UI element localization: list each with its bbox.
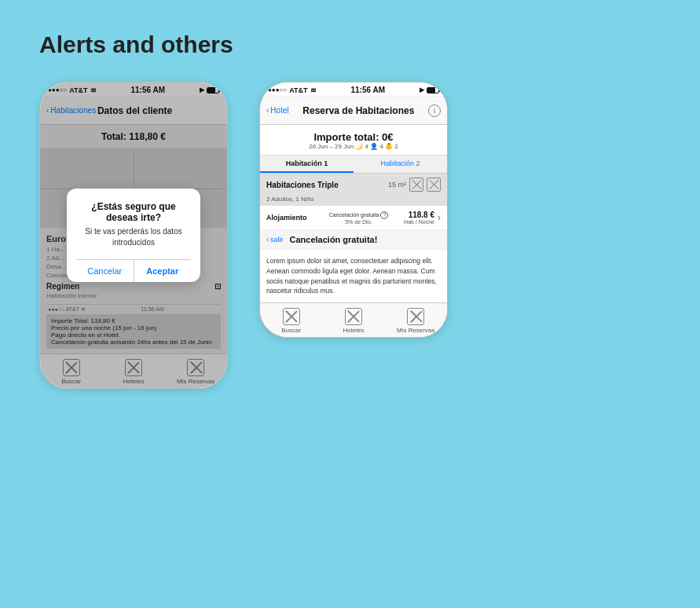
alert-message-1: Si te vas perderás los datos introducido… bbox=[76, 226, 191, 248]
battery-2 bbox=[427, 87, 439, 93]
hab-icon-1 bbox=[409, 178, 423, 192]
hoteles-icon-2 bbox=[345, 308, 362, 325]
cancel-line: Cancelación gratuita ? bbox=[329, 211, 389, 219]
misreservas-icon-2 bbox=[407, 308, 424, 325]
panel-back-btn[interactable]: ‹ salir bbox=[266, 236, 284, 244]
dto-text: 5% de Dto. bbox=[345, 219, 372, 225]
nav-back-2[interactable]: ‹ Hotel bbox=[266, 106, 289, 115]
alojamiento-row: Alojamiento Cancelación gratuita ? 5% de… bbox=[260, 206, 447, 230]
back-label-2: Hotel bbox=[270, 106, 288, 115]
panel-back-chevron: ‹ bbox=[266, 236, 269, 244]
alert-accept-btn-1[interactable]: Aceptar bbox=[134, 260, 192, 282]
bluetooth-2: ▶ bbox=[420, 86, 424, 93]
phone-2: ●●●○○ AT&T ≋ 11:56 AM ▶ ‹ Hotel Reserva … bbox=[259, 82, 448, 338]
status-left-2: ●●●○○ AT&T ≋ bbox=[268, 86, 317, 94]
question-icon: ? bbox=[380, 211, 388, 219]
hab-section-sub: 2 Adultos, 1 Niño bbox=[260, 196, 447, 206]
buscar-icon-2 bbox=[283, 308, 300, 325]
hab-size-icons: 15 m² bbox=[388, 178, 441, 192]
alert-cancel-btn-1[interactable]: Cancelar bbox=[76, 260, 134, 282]
hab-section-size: 15 m² bbox=[388, 181, 406, 189]
nav-title-2: Reserva de Habitaciones bbox=[289, 105, 428, 116]
hab-icon-2 bbox=[427, 178, 441, 192]
status-bar-2: ●●●○○ AT&T ≋ 11:56 AM ▶ bbox=[260, 82, 447, 97]
aloj-label: Alojamiento bbox=[266, 214, 313, 222]
importe-header-2: Importe total: 0€ 26 Jun – 29 Jun 🌙 4 👤 … bbox=[260, 125, 447, 156]
hab-tab-2[interactable]: Habitación 2 bbox=[354, 156, 447, 173]
panel-header: ‹ salir Cancelación gratuita! bbox=[260, 230, 447, 250]
panel-title: Cancelación gratuita! bbox=[290, 235, 378, 244]
phone-1: ●●●○○ AT&T ≋ 11:56 AM ▶ ‹ Habitaciones D… bbox=[39, 82, 228, 389]
alert-buttons-1: Cancelar Aceptar bbox=[76, 259, 191, 282]
tab-buscar-2[interactable]: Buscar bbox=[260, 308, 322, 334]
panel-body: Lorem ipsum dolor sit amet, consectetuer… bbox=[260, 250, 447, 302]
carrier-2: AT&T bbox=[289, 86, 307, 94]
wifi-2: ≋ bbox=[310, 86, 317, 94]
panel-back-label: salir bbox=[270, 236, 284, 244]
signal-2: ●●●○○ bbox=[268, 86, 287, 93]
tab-hoteles-2[interactable]: Hoteles bbox=[322, 308, 384, 334]
back-chevron-2: ‹ bbox=[266, 106, 269, 115]
buscar-label-2: Buscar bbox=[281, 327, 301, 334]
importe-sub-2: 26 Jun – 29 Jun 🌙 4 👤 4 👶 2 bbox=[260, 143, 447, 153]
cancel-text-label: Cancelación gratuita bbox=[329, 212, 379, 218]
importe-title-2: Importe total: 0€ bbox=[260, 131, 447, 143]
aloj-cancel-block: Cancelación gratuita ? 5% de Dto. bbox=[317, 211, 401, 225]
alert-title-1: ¿Estás seguro que deseas irte? bbox=[76, 201, 191, 223]
status-right-2: ▶ bbox=[420, 86, 439, 93]
aloj-price-block: 118.8 € Hab / Noche bbox=[404, 211, 434, 225]
alert-overlay-1: ¿Estás seguro que deseas irte? Si te vas… bbox=[40, 82, 227, 388]
hab-tab-1[interactable]: Habitación 1 bbox=[260, 156, 354, 173]
alert-box-1: ¿Estás seguro que deseas irte? Si te vas… bbox=[67, 189, 200, 282]
time-2: 11:56 AM bbox=[350, 86, 385, 94]
aloj-per: Hab / Noche bbox=[404, 219, 434, 225]
nav-bar-2: ‹ Hotel Reserva de Habitaciones i bbox=[260, 97, 447, 125]
nav-right-2: i bbox=[428, 104, 441, 117]
tab-bar-2: Buscar Hoteles Mis Reservas bbox=[260, 302, 447, 337]
hoteles-label-2: Hoteles bbox=[343, 327, 364, 334]
info-icon-2[interactable]: i bbox=[428, 104, 441, 117]
page-title: Alerts and others bbox=[39, 31, 233, 58]
hab-section-header: Habitaciones Triple 15 m² bbox=[260, 174, 447, 196]
hab-section-title: Habitaciones Triple bbox=[266, 181, 339, 189]
tab-misreservas-2[interactable]: Mis Reservas bbox=[385, 308, 447, 334]
misreservas-label-2: Mis Reservas bbox=[397, 327, 434, 334]
phones-container: ●●●○○ AT&T ≋ 11:56 AM ▶ ‹ Habitaciones D… bbox=[39, 82, 448, 389]
habitacion-tabs-2: Habitación 1 Habitación 2 bbox=[260, 156, 447, 174]
aloj-price: 118.8 € bbox=[409, 211, 434, 219]
aloj-chevron-icon[interactable]: › bbox=[438, 212, 441, 223]
